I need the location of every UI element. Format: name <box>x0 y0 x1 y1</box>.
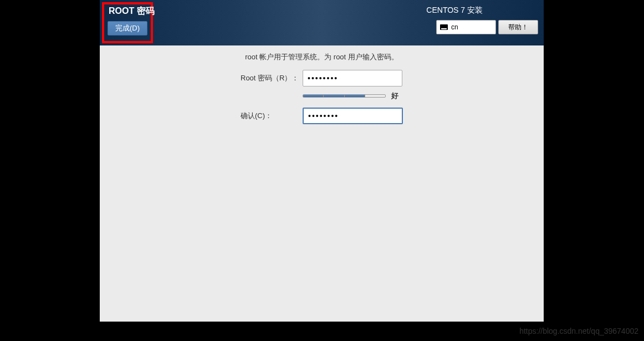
confirm-password-label: 确认(C)： <box>241 111 303 121</box>
password-strength-row: 好 <box>100 91 544 101</box>
header-right-controls: cn 帮助！ <box>436 20 538 34</box>
keyboard-indicator[interactable]: cn <box>436 20 496 34</box>
instruction-text: root 帐户用于管理系统。为 root 用户输入密码。 <box>100 52 544 62</box>
strength-segment <box>365 95 385 97</box>
installer-window: ROOT 密码 完成(D) CENTOS 7 安装 cn 帮助！ root 帐户… <box>100 0 544 322</box>
strength-segment <box>345 95 365 97</box>
done-button[interactable]: 完成(D) <box>108 21 147 35</box>
content-area: root 帐户用于管理系统。为 root 用户输入密码。 Root 密码（R）：… <box>100 45 544 124</box>
root-password-input[interactable] <box>303 70 402 86</box>
strength-label: 好 <box>391 91 398 101</box>
keyboard-layout-label: cn <box>451 23 458 31</box>
keyboard-icon <box>440 24 448 30</box>
header-left: ROOT 密码 完成(D) <box>100 0 155 45</box>
help-button[interactable]: 帮助！ <box>498 20 538 34</box>
strength-segment <box>324 95 344 97</box>
root-password-row: Root 密码（R）： <box>100 70 544 86</box>
header-bar: ROOT 密码 完成(D) CENTOS 7 安装 cn 帮助！ <box>100 0 544 45</box>
confirm-password-row: 确认(C)： <box>100 108 544 124</box>
page-title: ROOT 密码 <box>100 0 155 17</box>
watermark: https://blog.csdn.net/qq_39674002 <box>519 327 638 335</box>
strength-segment <box>303 95 324 97</box>
confirm-password-input[interactable] <box>303 108 403 124</box>
header-right: CENTOS 7 安装 cn 帮助！ <box>426 0 544 45</box>
password-strength-meter <box>303 94 386 98</box>
root-password-label: Root 密码（R）： <box>241 73 303 83</box>
installer-title: CENTOS 7 安装 <box>426 6 538 16</box>
